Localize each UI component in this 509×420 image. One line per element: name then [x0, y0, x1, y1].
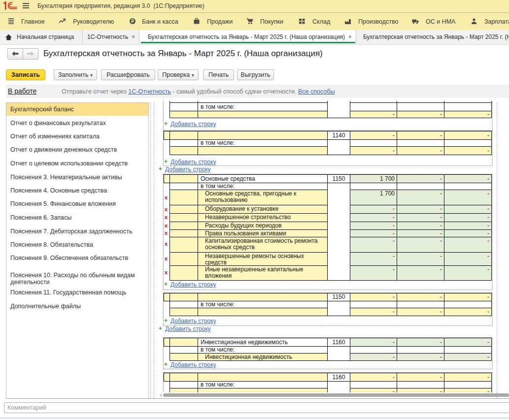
svg-text:₽: ₽ [131, 19, 134, 24]
